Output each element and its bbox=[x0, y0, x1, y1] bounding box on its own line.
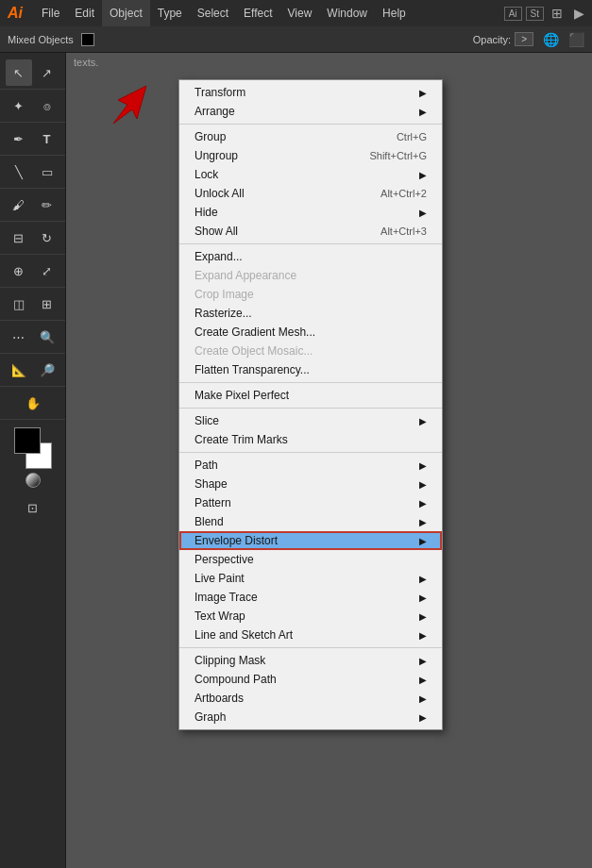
menu-unlock-all[interactable]: Unlock All Alt+Ctrl+2 bbox=[179, 184, 442, 203]
menu-image-trace[interactable]: Image Trace ▶ bbox=[179, 588, 442, 607]
section-pixel-perfect: Make Pixel Perfect bbox=[179, 383, 442, 409]
eraser-tool[interactable]: ⊟ bbox=[6, 225, 32, 251]
menu-text-wrap[interactable]: Text Wrap ▶ bbox=[179, 607, 442, 626]
menu-clipping-mask[interactable]: Clipping Mask ▶ bbox=[179, 651, 442, 670]
blend-eyedropper-tools: ⋯ 🔍 bbox=[0, 321, 65, 354]
menu-blend[interactable]: Blend ▶ bbox=[179, 512, 442, 531]
zoom-tool[interactable]: 🔎 bbox=[34, 357, 60, 383]
menu-transform[interactable]: Transform ▶ bbox=[179, 83, 442, 102]
cursor-indicator bbox=[104, 81, 151, 131]
chevron-right-icon: ▶ bbox=[419, 574, 427, 584]
chevron-right-icon: ▶ bbox=[419, 712, 427, 723]
menu-artboards[interactable]: Artboards ▶ bbox=[179, 689, 442, 708]
menu-show-all[interactable]: Show All Alt+Ctrl+3 bbox=[179, 222, 442, 241]
ai-badge-icon: Ai bbox=[504, 7, 522, 21]
options-bar: Mixed Objects Opacity: > 🌐 ⬛ bbox=[0, 26, 592, 53]
menu-live-paint[interactable]: Live Paint ▶ bbox=[179, 569, 442, 588]
menu-line-sketch-art[interactable]: Line and Sketch Art ▶ bbox=[179, 626, 442, 644]
menu-hide[interactable]: Hide ▶ bbox=[179, 203, 442, 222]
pencil-tool[interactable]: ✏ bbox=[34, 192, 60, 218]
blend-tool[interactable]: ⋯ bbox=[6, 324, 32, 350]
hand-tool[interactable]: ✋ bbox=[20, 390, 46, 416]
gradient-mesh-tools: ◫ ⊞ bbox=[0, 288, 65, 321]
menu-pattern[interactable]: Pattern ▶ bbox=[179, 493, 442, 512]
rotate-tool[interactable]: ↻ bbox=[34, 225, 60, 251]
layer-btn[interactable]: ⊡ bbox=[20, 494, 46, 521]
direct-selection-tool[interactable]: ↗ bbox=[34, 59, 60, 86]
chevron-right-icon: ▶ bbox=[419, 88, 427, 98]
chevron-right-icon: ▶ bbox=[419, 498, 427, 509]
dropdown-overlay: Transform ▶ Arrange ▶ Group Ctrl+G bbox=[66, 53, 592, 868]
menu-type[interactable]: Type bbox=[150, 0, 190, 26]
none-color-btn[interactable] bbox=[25, 473, 41, 488]
section-expand: Expand... Expand Appearance Crop Image R… bbox=[179, 244, 442, 383]
menu-flatten-transparency[interactable]: Flatten Transparency... bbox=[179, 360, 442, 379]
pen-tool[interactable]: ✒ bbox=[6, 125, 32, 152]
eyedropper-tool[interactable]: 🔍 bbox=[34, 324, 60, 350]
magic-wand-tool[interactable]: ✦ bbox=[6, 92, 32, 119]
measure-tool[interactable]: 📐 bbox=[6, 357, 32, 383]
chevron-right-icon: ▶ bbox=[419, 107, 427, 117]
foreground-color-swatch[interactable] bbox=[14, 427, 41, 454]
selection-tool[interactable]: ↖ bbox=[6, 59, 32, 86]
brush-tool[interactable]: 🖌 bbox=[6, 192, 32, 218]
menu-ungroup[interactable]: Ungroup Shift+Ctrl+G bbox=[179, 146, 442, 165]
menu-slice[interactable]: Slice ▶ bbox=[179, 411, 442, 430]
menu-effect[interactable]: Effect bbox=[236, 0, 279, 26]
section-path: Path ▶ Shape ▶ Pattern ▶ Blend ▶ bbox=[179, 453, 442, 648]
opacity-button[interactable]: > bbox=[515, 32, 533, 46]
menu-edit[interactable]: Edit bbox=[67, 0, 102, 26]
menu-view[interactable]: View bbox=[280, 0, 320, 26]
menu-create-trim-marks[interactable]: Create Trim Marks bbox=[179, 430, 442, 449]
menu-path[interactable]: Path ▶ bbox=[179, 456, 442, 475]
grid-icon[interactable]: ⊞ bbox=[548, 4, 567, 23]
chevron-right-icon: ▶ bbox=[419, 460, 427, 471]
canvas-tab-label[interactable]: texts. bbox=[66, 53, 592, 72]
menu-rasterize[interactable]: Rasterize... bbox=[179, 304, 442, 323]
mesh-tool[interactable]: ⊞ bbox=[34, 291, 60, 317]
lasso-tool[interactable]: ⌾ bbox=[34, 92, 60, 119]
hand-tool-group: ✋ bbox=[0, 387, 65, 420]
menu-make-pixel-perfect[interactable]: Make Pixel Perfect bbox=[179, 386, 442, 405]
chevron-right-icon: ▶ bbox=[419, 693, 427, 704]
measure-tool-group: 📐 🔎 bbox=[0, 354, 65, 387]
menu-file[interactable]: File bbox=[34, 0, 67, 26]
menu-object[interactable]: Object bbox=[102, 0, 150, 26]
menu-envelope-distort[interactable]: Envelope Distort ▶ bbox=[179, 531, 442, 550]
warp-tool[interactable]: ⊕ bbox=[6, 258, 32, 284]
chevron-right-icon: ▶ bbox=[419, 208, 427, 218]
menu-group[interactable]: Group Ctrl+G bbox=[179, 127, 442, 146]
doc-icon[interactable]: ⬛ bbox=[568, 32, 584, 47]
menu-expand[interactable]: Expand... bbox=[179, 247, 442, 266]
menu-perspective[interactable]: Perspective bbox=[179, 550, 442, 569]
line-tool[interactable]: ╲ bbox=[6, 159, 32, 185]
gradient-tool[interactable]: ◫ bbox=[6, 291, 32, 317]
chevron-right-icon: ▶ bbox=[419, 416, 427, 426]
menu-help[interactable]: Help bbox=[375, 0, 414, 26]
line-shape-tools: ╲ ▭ bbox=[0, 156, 65, 189]
menu-compound-path[interactable]: Compound Path ▶ bbox=[179, 670, 442, 689]
scale-tool[interactable]: ⤢ bbox=[34, 258, 60, 284]
menu-lock[interactable]: Lock ▶ bbox=[179, 165, 442, 184]
menu-create-object-mosaic: Create Object Mosaic... bbox=[179, 342, 442, 360]
mixed-objects-label: Mixed Objects bbox=[8, 34, 74, 45]
section-slice: Slice ▶ Create Trim Marks bbox=[179, 409, 442, 453]
svg-marker-0 bbox=[113, 86, 146, 124]
rect-tool[interactable]: ▭ bbox=[34, 159, 60, 185]
chevron-right-icon: ▶ bbox=[419, 593, 427, 603]
section-clipping: Clipping Mask ▶ Compound Path ▶ Artboard… bbox=[179, 648, 442, 729]
menu-shape[interactable]: Shape ▶ bbox=[179, 475, 442, 493]
object-menu-dropdown[interactable]: Transform ▶ Arrange ▶ Group Ctrl+G bbox=[178, 79, 443, 730]
menu-arrange[interactable]: Arrange ▶ bbox=[179, 102, 442, 121]
app-logo: Ai bbox=[4, 5, 26, 22]
menu-window[interactable]: Window bbox=[319, 0, 375, 26]
color-swatch[interactable] bbox=[81, 33, 94, 46]
chevron-right-icon: ▶ bbox=[419, 675, 427, 685]
menu-graph[interactable]: Graph ▶ bbox=[179, 708, 442, 726]
menu-create-gradient-mesh[interactable]: Create Gradient Mesh... bbox=[179, 323, 442, 342]
color-swatches bbox=[10, 427, 56, 469]
type-tool[interactable]: T bbox=[34, 125, 60, 152]
arrow-icon[interactable]: ▶ bbox=[570, 4, 588, 23]
globe-icon[interactable]: 🌐 bbox=[543, 32, 559, 47]
menu-select[interactable]: Select bbox=[190, 0, 236, 26]
